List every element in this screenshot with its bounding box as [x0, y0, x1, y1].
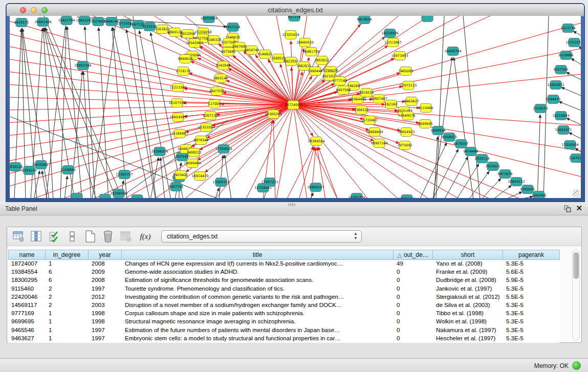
column-header-year[interactable]: year — [89, 250, 122, 260]
table-row[interactable]: 1938455462009Genome-wide association stu… — [8, 268, 560, 276]
node-label: 8912954 — [181, 32, 195, 36]
node-label: 12093832 — [547, 83, 564, 87]
node-label: 7857224 — [226, 25, 241, 29]
table-cell: 5.9E-5 — [503, 276, 560, 285]
citation-network-graph: 1872400794355722069140619437794106532871… — [10, 16, 581, 198]
table-cell: 1 — [46, 310, 89, 318]
table-row[interactable]: 1872400712008Changes of HCN gene express… — [8, 260, 560, 268]
table-cell: 2 — [46, 293, 89, 301]
table-cell: 2003 — [89, 301, 122, 310]
delete-column-icon[interactable] — [101, 230, 115, 243]
select-rows-icon[interactable] — [48, 230, 61, 243]
node-label: 1527602 — [91, 19, 106, 24]
column-header-out_de[interactable]: △out_de… — [394, 250, 433, 260]
table-row[interactable]: 1830029562008Estimation of significance … — [8, 276, 560, 285]
table-cell: 0 — [394, 285, 433, 293]
table-cell: Structural magnetic resonance image aver… — [122, 318, 394, 326]
vertical-scrollbar[interactable] — [572, 250, 580, 341]
node-label: 8427552 — [210, 89, 225, 93]
node-label: 10688609 — [366, 130, 383, 134]
sort-ascending-icon: △ — [397, 252, 401, 258]
node-label: 9129966 — [559, 53, 574, 57]
node-label: 9777169 — [333, 79, 347, 83]
node-label: 9890616 — [178, 57, 193, 61]
node-label: 16961758 — [302, 50, 319, 54]
table-cell: 1997 — [89, 326, 122, 335]
table-cell: 22420046 — [8, 293, 46, 301]
table-cell: 2008 — [89, 276, 122, 285]
node-label: 28206506 — [110, 191, 127, 195]
network-node[interactable] — [422, 16, 433, 22]
node-label: 8813054 — [357, 17, 372, 21]
network-window-titlebar[interactable]: citations_edges.txt — [7, 4, 584, 16]
status-bar: Memory: OK — [0, 358, 588, 372]
table-cell: 0 — [394, 335, 433, 343]
table-row[interactable]: 911546021997Tourette syndrome. Phenomeno… — [8, 285, 560, 293]
toggle-panel-icon[interactable] — [66, 230, 79, 243]
table-row[interactable]: 969969511998Structural magnetic resonanc… — [8, 318, 560, 326]
table-header-row: namein_degreeyeartitle△out_de…shortpager… — [8, 250, 560, 260]
float-panel-icon[interactable] — [564, 205, 571, 212]
new-column-icon[interactable] — [83, 230, 97, 243]
table-row[interactable]: 1456911722003Disruption of a novel membe… — [8, 301, 560, 310]
network-node[interactable] — [99, 194, 111, 199]
node-label: 15166887 — [171, 132, 188, 136]
table-row[interactable]: 946554611997Estimation of the future num… — [8, 326, 560, 335]
close-panel-icon[interactable]: ✕ — [576, 204, 582, 213]
node-label: 7425402 — [173, 173, 188, 177]
node-label: 2649576 — [401, 114, 416, 118]
table-cell: 5.6E-5 — [503, 268, 560, 276]
node-label: 17957223 — [261, 180, 278, 184]
column-header-label: year — [99, 251, 111, 258]
node-label: 1839126 — [10, 165, 23, 169]
column-header-pagerank[interactable]: pagerank — [503, 250, 560, 260]
table-cell: 9465546 — [8, 326, 46, 335]
table-source-select[interactable]: citations_edges.txt ▲▼ — [161, 230, 362, 243]
node-label: 8186328 — [207, 38, 222, 42]
show-column-icon[interactable] — [30, 230, 43, 243]
network-node[interactable] — [132, 195, 143, 199]
window-resize-grip[interactable] — [573, 190, 580, 197]
table-cell: Estimation of significance thresholds fo… — [122, 276, 394, 285]
node-label: 2935114 — [475, 157, 490, 161]
table-cell: Wolkin et al. (1998) — [433, 318, 503, 326]
network-view-window: citations_edges.txt 18724007943557220691… — [6, 4, 584, 202]
function-builder-icon[interactable]: f(x) — [139, 230, 152, 243]
network-canvas[interactable]: 1872400794355722069140619437794106532871… — [10, 16, 581, 198]
column-header-title[interactable]: title — [122, 250, 394, 260]
table-cell: 9463627 — [8, 335, 46, 343]
column-header-in_degree[interactable]: in_degree — [46, 250, 89, 260]
node-label: 12353594 — [198, 125, 214, 129]
node-label: 12213967 — [384, 40, 401, 45]
table-row[interactable]: 946362711997Embryonic stem cells: a mode… — [8, 335, 560, 343]
table-cell: 0 — [394, 310, 433, 318]
column-header-name[interactable]: name — [8, 250, 46, 260]
network-node[interactable] — [71, 193, 82, 199]
combo-arrows-icon: ▲▼ — [354, 231, 358, 240]
column-header-label: pagerank — [518, 251, 544, 258]
node-label: 7632621 — [486, 164, 500, 168]
table-cell: Genome-wide association studies in ADHD. — [122, 268, 394, 276]
memory-status-label: Memory: OK — [534, 362, 569, 369]
table-cell: 1 — [46, 335, 89, 343]
node-label: 9242848 — [216, 63, 231, 68]
table-row[interactable]: 977716911998Corpus callosum shape and si… — [8, 310, 560, 318]
node-label: 13505155 — [212, 180, 229, 184]
node-label: 19384554 — [308, 139, 324, 143]
node-label: 9245652 — [520, 187, 535, 191]
delete-table-icon-disabled[interactable] — [119, 230, 133, 243]
splitter-grip[interactable] — [288, 203, 295, 206]
column-header-short[interactable]: short — [433, 250, 503, 260]
node-label: 18640910 — [296, 40, 313, 45]
table-cell: 0 — [394, 318, 433, 326]
table-cell: 1998 — [89, 318, 122, 326]
table-cell: 1 — [46, 318, 89, 326]
table-mode-icon[interactable] — [12, 230, 25, 243]
network-nodes[interactable]: 1872400794355722069140619437794106532871… — [10, 16, 581, 198]
scrollbar-thumb[interactable] — [573, 252, 579, 279]
table-cell: 5.3E-5 — [503, 326, 560, 335]
table-row[interactable]: 2242004622012Investigating the contribut… — [8, 293, 560, 301]
table-cell: 6 — [46, 268, 89, 276]
node-label: 7975692 — [398, 143, 412, 147]
node-label: 117006 — [208, 102, 221, 106]
